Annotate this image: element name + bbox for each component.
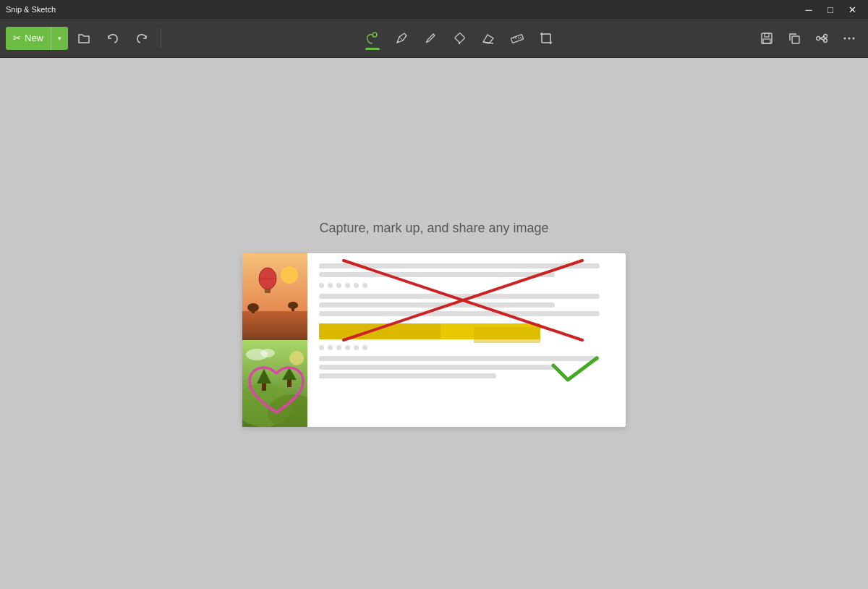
ballpoint-pen-button[interactable] (388, 25, 414, 51)
highlight-bar (319, 323, 540, 339)
new-button-label: New (25, 33, 43, 43)
main-content: Capture, mark up, and share any image (0, 58, 868, 589)
svg-rect-34 (252, 308, 255, 313)
svg-point-23 (853, 37, 855, 39)
minimize-button[interactable]: ─ (799, 0, 819, 19)
welcome-text: Capture, mark up, and share any image (319, 221, 548, 236)
toolbar-right-tools (754, 25, 862, 51)
maximize-button[interactable]: □ (820, 0, 841, 19)
highlighter-button[interactable] (446, 25, 472, 51)
svg-line-8 (518, 37, 519, 39)
new-icon: ✂ (13, 33, 21, 43)
content-line (319, 311, 600, 316)
dot (345, 345, 350, 350)
svg-rect-43 (287, 380, 292, 387)
dot (319, 283, 324, 288)
dots-row-1 (319, 283, 614, 288)
touch-writing-icon (365, 30, 380, 46)
toolbar: ✂ New ▾ (0, 19, 868, 58)
content-lines-bottom (319, 356, 614, 378)
highlighter-icon (451, 30, 467, 46)
touch-writing-button[interactable] (359, 25, 386, 51)
copy-icon (787, 31, 801, 46)
content-lines-mid (319, 294, 614, 316)
dot (345, 283, 350, 288)
dot (354, 345, 359, 350)
card-images-column (242, 253, 307, 427)
toolbar-center-tools (167, 25, 751, 51)
toolbar-separator (161, 28, 161, 48)
dot (362, 283, 367, 288)
undo-icon (106, 32, 119, 45)
redo-icon (135, 32, 148, 45)
card-image-top (242, 253, 307, 340)
crop-icon (538, 30, 554, 46)
svg-line-1 (399, 37, 403, 41)
pencil-button[interactable] (417, 25, 443, 51)
illustration-card (242, 253, 626, 427)
new-button-dropdown[interactable]: ▾ (51, 27, 68, 50)
svg-point-44 (289, 351, 304, 365)
save-button[interactable] (754, 25, 780, 51)
share-button[interactable] (809, 25, 835, 51)
ballpoint-pen-icon (393, 30, 409, 46)
card-content-column (307, 253, 626, 427)
content-line (319, 263, 600, 268)
dot (328, 345, 333, 350)
svg-rect-25 (242, 311, 307, 340)
ruler-icon (509, 30, 525, 46)
content-line (319, 356, 600, 361)
content-line (319, 294, 600, 299)
svg-rect-16 (763, 39, 770, 43)
more-icon (842, 31, 856, 46)
open-icon (77, 32, 90, 45)
new-button[interactable]: ✂ New ▾ (6, 27, 68, 50)
svg-rect-5 (511, 34, 523, 43)
content-line (319, 365, 555, 370)
content-line (319, 302, 555, 308)
svg-rect-15 (765, 33, 769, 37)
dot (362, 345, 367, 350)
card-image-bottom (242, 340, 307, 427)
title-bar: Snip & Sketch ─ □ ✕ (0, 0, 868, 19)
dot (336, 283, 341, 288)
ruler-button[interactable] (504, 25, 530, 51)
svg-point-21 (844, 37, 846, 39)
svg-rect-36 (292, 305, 294, 311)
content-line (319, 272, 555, 277)
dot (354, 283, 359, 288)
dot (319, 345, 324, 350)
svg-point-26 (281, 266, 298, 284)
dot (328, 283, 333, 288)
eraser-button[interactable] (475, 25, 501, 51)
svg-rect-2 (454, 33, 464, 43)
share-icon (814, 31, 829, 46)
svg-rect-17 (792, 36, 799, 43)
open-button[interactable] (71, 25, 97, 51)
svg-line-7 (515, 37, 516, 39)
svg-line-9 (520, 37, 521, 39)
save-icon (760, 31, 774, 46)
markup-overlay (307, 253, 626, 427)
close-button[interactable]: ✕ (842, 0, 862, 19)
app-title: Snip & Sketch (6, 5, 56, 14)
svg-point-46 (260, 349, 275, 357)
eraser-icon (480, 30, 496, 46)
svg-rect-30 (265, 289, 271, 293)
crop-button[interactable] (533, 25, 559, 51)
content-line (319, 373, 496, 378)
pencil-icon (422, 30, 438, 46)
redo-button[interactable] (129, 25, 155, 51)
title-bar-controls: ─ □ ✕ (799, 0, 862, 19)
title-bar-left: Snip & Sketch (6, 5, 56, 14)
svg-point-22 (848, 37, 851, 39)
undo-button[interactable] (100, 25, 126, 51)
dots-row-2 (319, 345, 614, 350)
copy-button[interactable] (781, 25, 807, 51)
content-lines-top (319, 263, 614, 277)
more-button[interactable] (836, 25, 862, 51)
svg-rect-41 (262, 384, 266, 391)
dot (336, 345, 341, 350)
